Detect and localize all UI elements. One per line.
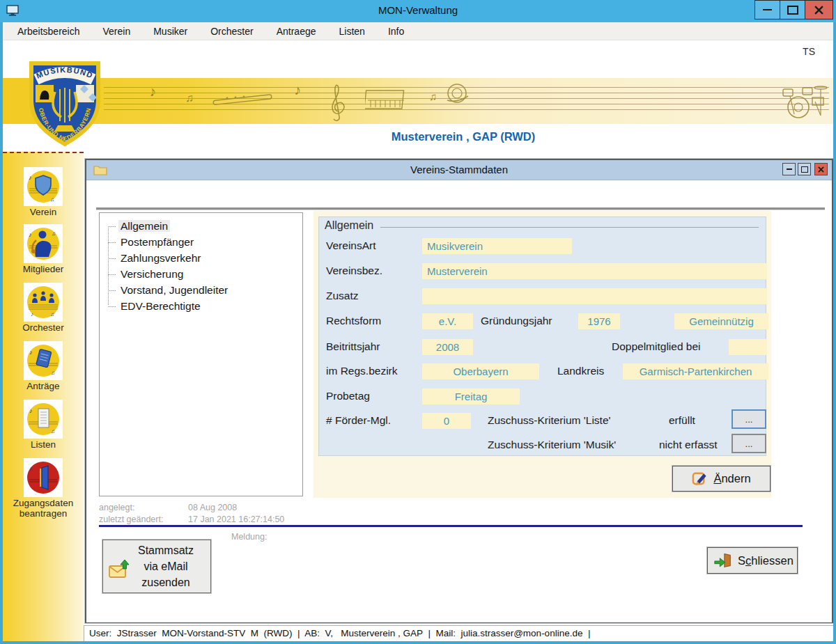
angelegt-label: angelegt: xyxy=(99,502,188,514)
svg-text:♪: ♪ xyxy=(29,349,33,356)
zuschuss-liste-status: erfüllt xyxy=(669,414,695,427)
svg-text:♪: ♪ xyxy=(29,231,32,238)
svg-text:♪: ♪ xyxy=(29,465,33,472)
beitrittsjahr-label: Beitrittsjahr xyxy=(326,340,380,353)
sidebar-item-zugangsdaten[interactable]: ♪ Zugangsdaten beantragen xyxy=(3,458,84,519)
landkreis-label: Landkreis xyxy=(557,365,604,377)
beitrittsjahr-field[interactable]: 2008 xyxy=(422,339,473,355)
svg-text:♪: ♪ xyxy=(29,407,33,414)
piano-doodle-icon xyxy=(365,88,407,113)
tree-item-versicherung[interactable]: Versicherung xyxy=(100,266,302,282)
menu-verein[interactable]: Verein xyxy=(103,26,131,37)
sidebar-item-mitglieder[interactable]: ♪ ♫ Mitglieder xyxy=(3,224,84,274)
tree-item-postempfaenger[interactable]: Postempfänger xyxy=(100,234,302,250)
gemeinnuetzig-field[interactable]: Gemeinnützig xyxy=(674,313,768,329)
gruendungsjahr-label: Gründungsjahr xyxy=(481,315,552,327)
sidebar: ♪ ♫ Verein ♪ ♫ Mitglieder xyxy=(3,152,84,641)
verein-icon: ♪ ♫ xyxy=(24,167,63,206)
sidebar-label: Orchester xyxy=(5,322,82,333)
vereinsart-label: VereinsArt xyxy=(326,239,376,252)
sidebar-item-verein[interactable]: ♪ ♫ Verein xyxy=(3,167,84,217)
aendern-button[interactable]: Ändern xyxy=(672,466,771,492)
form-panel: Allgemein VereinsArt Musikverein Vereins… xyxy=(314,211,771,498)
zusatz-label: Zusatz xyxy=(326,290,359,302)
zuschuss-musik-dots-button[interactable]: ... xyxy=(732,434,766,453)
maximize-button[interactable] xyxy=(780,0,805,19)
foerder-field[interactable]: 0 xyxy=(422,413,471,429)
zugangsdaten-icon: ♪ xyxy=(24,458,63,497)
header-banner: ♪ ♫ ♪ ♫ xyxy=(3,78,833,124)
zuschuss-musik-label: Zuschuss-Kriterium 'Musik' xyxy=(488,439,616,451)
svg-text:♪: ♪ xyxy=(29,174,32,181)
angelegt-value: 08 Aug 2008 xyxy=(188,502,237,514)
sidebar-item-orchester[interactable]: ♪ ♫ Orchester xyxy=(3,283,84,333)
rechtsform-field[interactable]: e.V. xyxy=(422,313,473,329)
legend-line xyxy=(380,227,759,228)
probetag-field[interactable]: Freitag xyxy=(422,388,520,405)
email-stammsatz-button[interactable]: Stammsatz via eMail zusenden xyxy=(102,540,211,593)
mitglieder-icon: ♪ ♫ xyxy=(24,224,63,263)
tree-item-allgemein[interactable]: Allgemein xyxy=(100,218,302,234)
status-bar: User: JStrasser MON-Vorstand-STV M (RWD)… xyxy=(84,625,836,641)
regsbezirk-field[interactable]: Oberbayern xyxy=(422,363,539,379)
window-border-right xyxy=(833,22,836,644)
antraege-icon: ♪ ♫ xyxy=(24,341,63,380)
tree-item-edv[interactable]: EDV-Berechtigte xyxy=(100,298,302,314)
menu-musiker[interactable]: Musiker xyxy=(153,26,187,37)
music-note-icon: ♫ xyxy=(429,91,437,102)
email-button-label: Stammsatz via eMail zusenden xyxy=(121,542,210,590)
sidebar-label: Verein xyxy=(5,207,82,217)
zusatz-field[interactable] xyxy=(422,288,767,304)
menu-info[interactable]: Info xyxy=(388,26,404,37)
menu-orchester[interactable]: Orchester xyxy=(210,26,253,37)
window-titlebar: MON-Verwaltung xyxy=(0,0,836,22)
sidebar-item-antraege[interactable]: ♪ ♫ Anträge xyxy=(3,341,84,391)
sidebar-label: Anträge xyxy=(5,381,82,391)
minimize-icon xyxy=(763,9,772,10)
aendern-label: Ändern xyxy=(713,472,750,485)
maximize-icon xyxy=(801,166,808,173)
tree-item-zahlungsverkehr[interactable]: Zahlungsverkehr xyxy=(100,250,302,266)
drumkit-doodle-icon xyxy=(777,82,828,121)
allgemein-fieldset: Allgemein VereinsArt Musikverein Vereins… xyxy=(318,217,766,456)
doppelmitglied-label: Doppelmitglied bei xyxy=(612,340,701,353)
menu-listen[interactable]: Listen xyxy=(339,26,365,37)
tree-item-vorstand[interactable]: Vorstand, Jugendleiter xyxy=(100,282,302,298)
minimize-button[interactable] xyxy=(754,0,780,19)
vereins-stammdaten-dialog: Vereins-Stammdaten Allgemein Postempfäng… xyxy=(85,159,833,623)
vereinsbez-label: Vereinsbez. xyxy=(326,265,382,277)
window-border-left xyxy=(0,22,3,644)
fieldset-legend: Allgemein xyxy=(325,219,373,232)
dialog-close-button[interactable] xyxy=(814,163,828,175)
geaendert-label: zuletzt geändert: xyxy=(99,514,188,526)
clef-doodle-icon xyxy=(330,81,348,121)
maximize-icon xyxy=(787,6,798,15)
vereinsart-field[interactable]: Musikverein xyxy=(422,238,572,254)
svg-text:♫: ♫ xyxy=(50,196,54,203)
zuschuss-liste-dots-button[interactable]: ... xyxy=(732,409,766,429)
club-header-line: Musterverein , GAP (RWD) xyxy=(279,130,648,143)
foerder-label: # Förder-Mgl. xyxy=(326,414,391,427)
gruendungsjahr-field[interactable]: 1976 xyxy=(578,313,620,329)
meldung-label: Meldung: xyxy=(231,532,267,542)
close-button[interactable] xyxy=(805,0,833,19)
sidebar-label: Listen xyxy=(5,439,82,450)
menu-arbeitsbereich[interactable]: Arbeitsbereich xyxy=(17,26,80,37)
category-tree: Allgemein Postempfänger Zahlungsverkehr … xyxy=(99,212,303,496)
musikbund-logo: MUSIKBUND OBER-UND NIEDERBAYERN xyxy=(25,58,104,149)
dialog-body: Allgemein Postempfänger Zahlungsverkehr … xyxy=(86,180,832,622)
schliessen-button[interactable]: Schliessen xyxy=(707,547,798,574)
vereinsbez-field[interactable]: Musterverein xyxy=(422,263,767,279)
sidebar-item-listen[interactable]: ♪ ♫ Listen xyxy=(3,400,84,450)
sidebar-label: Mitglieder xyxy=(5,264,82,274)
dialog-maximize-button[interactable] xyxy=(798,163,811,175)
flute-doodle-icon xyxy=(212,91,274,109)
music-note-icon: ♪ xyxy=(294,82,301,98)
zuschuss-liste-label: Zuschuss-Kriterium 'Liste' xyxy=(488,414,610,427)
menu-antraege[interactable]: Antraege xyxy=(277,26,316,37)
dialog-minimize-button[interactable] xyxy=(782,163,796,175)
music-note-icon: ♪ xyxy=(148,83,157,100)
probetag-label: Probetag xyxy=(326,390,370,402)
doppelmitglied-field[interactable] xyxy=(729,339,767,355)
landkreis-field[interactable]: Garmisch-Partenkirchen xyxy=(623,363,768,379)
